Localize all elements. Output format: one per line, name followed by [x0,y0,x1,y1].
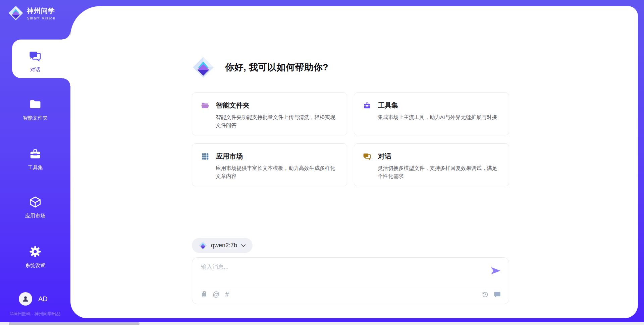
brand: 神州问学 Smart Vision [8,5,56,21]
send-icon[interactable] [491,266,501,275]
sidebar-item-label: 应用市场 [0,213,70,219]
card-title: 对话 [378,152,391,161]
person-icon [22,295,29,303]
sidebar-item-app-market[interactable]: 应用市场 [0,196,70,219]
brand-name: 神州问学 [27,6,56,15]
toolbox-icon [29,147,42,160]
card-chat[interactable]: 对话 灵活切换多模型文件，支持多样回复效果调试，满足个性化需求 [354,143,509,186]
hash-icon[interactable]: # [225,291,229,298]
card-title: 智能文件夹 [216,101,250,110]
card-smart-folder[interactable]: 智能文件夹 智能文件夹功能支持批量文件上传与清洗，轻松实现文件问答 [192,92,347,135]
brand-diamond-icon [8,5,23,21]
sidebar-item-smart-folder[interactable]: 智能文件夹 [0,98,70,121]
user-account[interactable]: AD [19,292,48,306]
comment-icon[interactable] [494,291,501,298]
sidebar-item-settings[interactable]: 系统设置 [0,245,70,269]
composer-right-tools [482,291,501,298]
feature-cards: 智能文件夹 智能文件夹功能支持批量文件上传与清洗，轻松实现文件问答 工具集 集 [192,92,509,186]
brand-subtitle: Smart Vision [27,16,56,20]
sidebar-item-label: 对话 [0,67,70,73]
composer-left-tools: @ # [201,290,229,298]
model-selector[interactable]: qwen2:7b [192,238,253,253]
card-app-market[interactable]: 应用市场 应用市场提供丰富长文本模板，助力高效生成多样化文章内容 [192,143,347,186]
paperclip-icon[interactable] [201,290,207,298]
mention-icon[interactable]: @ [213,291,219,298]
copyright-text: ©神州数码 · 神州问学出品 [0,311,70,317]
tab-fillet-top [62,31,70,40]
grid-icon [201,152,209,160]
chat-bubbles-icon [363,152,371,160]
toolbox-icon [363,101,371,110]
sidebar-item-label: 系统设置 [0,262,70,269]
sidebar-item-chat[interactable]: 对话 [0,50,70,73]
chat-bubbles-icon [29,50,42,62]
avatar [19,292,32,306]
brand-diamond-icon [192,56,214,78]
folder-open-icon [201,101,209,110]
card-title: 应用市场 [216,152,243,161]
scrollbar-thumb[interactable] [9,322,140,325]
greeting-title: 你好, 我可以如何帮助你? [225,61,328,73]
card-description: 智能文件夹功能支持批量文件上传与清洗，轻松实现文件问答 [201,113,338,129]
card-description: 应用市场提供丰富长文本模板，助力高效生成多样化文章内容 [201,164,338,180]
card-title: 工具集 [378,101,398,110]
card-toolset[interactable]: 工具集 集成市场上主流工具，助力AI与外界无缝扩展与对接 [354,92,509,135]
cube-icon [29,196,42,208]
history-icon[interactable] [482,291,489,298]
sidebar-item-label: 工具集 [0,165,70,171]
card-description: 集成市场上主流工具，助力AI与外界无缝扩展与对接 [363,113,500,121]
user-name: AD [38,295,48,303]
card-description: 灵活切换多模型文件，支持多样回复效果调试，满足个性化需求 [363,164,500,180]
folder-icon [29,98,42,111]
tab-fillet-bottom [62,78,70,86]
greeting-block: 你好, 我可以如何帮助你? [192,56,328,78]
model-diamond-icon [199,241,207,250]
horizontal-scrollbar[interactable] [0,322,644,325]
composer-divider [200,287,501,287]
app-window: 你好, 我可以如何帮助你? 智能文件夹 智能文件夹功能支持批量文件上传与清洗，轻… [0,0,644,325]
message-input[interactable] [201,263,483,282]
message-composer: @ # [192,257,509,304]
model-name: qwen2:7b [211,242,237,249]
gear-icon [29,245,42,258]
sidebar-item-label: 智能文件夹 [0,115,70,121]
chevron-down-icon [241,244,246,247]
main-panel: 你好, 我可以如何帮助你? 智能文件夹 智能文件夹功能支持批量文件上传与清洗，轻… [70,6,638,318]
sidebar-item-toolset[interactable]: 工具集 [0,147,70,171]
